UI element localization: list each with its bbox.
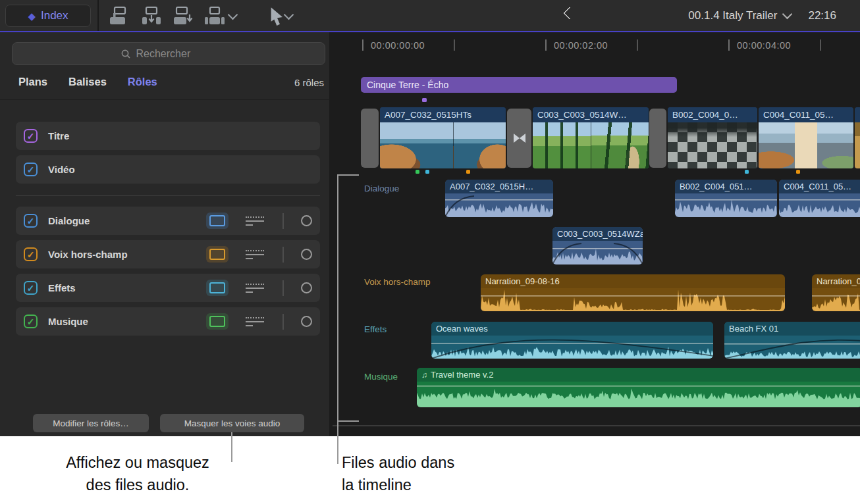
search-field[interactable] (12, 42, 325, 65)
duration-display: 22:16 (808, 9, 836, 22)
role-row-titre[interactable]: ✓ Titre (16, 122, 320, 150)
transition-icon (514, 134, 520, 143)
role-label: Vidéo (48, 164, 312, 175)
audio-clip[interactable]: Narration_09-08-16 (481, 274, 785, 311)
role-row-dialogue[interactable]: ✓ Dialogue (16, 207, 320, 235)
search-input[interactable] (135, 47, 217, 61)
focus-icon[interactable] (246, 248, 265, 261)
roles-divider (16, 195, 320, 196)
audio-clip[interactable]: C004_C011_05… (779, 180, 860, 217)
role-row-effets[interactable]: ✓ Effets (16, 274, 320, 302)
audio-clip[interactable]: B002_C004_051… (675, 180, 777, 217)
audio-clip[interactable]: C003_C003_0514WZacs (552, 227, 643, 265)
checkbox-titre[interactable]: ✓ (24, 129, 38, 143)
audio-clip[interactable]: Narration_09-08-16 (812, 274, 860, 311)
clip-dot-orange (466, 170, 470, 174)
select-tool-icon[interactable] (266, 7, 288, 28)
video-clip[interactable]: C003_C003_0514W… (533, 107, 649, 168)
video-clip-name: A007_C032_0515HTs (380, 107, 506, 122)
focus-icon[interactable] (246, 214, 265, 228)
hide-audio-lanes-button[interactable]: Masquer les voies audio (160, 414, 304, 432)
icon-separator (282, 280, 284, 296)
audio-clip[interactable]: ♫ Travel theme v.2 (417, 368, 860, 407)
audio-lanes-icon[interactable] (206, 246, 228, 263)
callout-bracket-bottom (337, 420, 359, 422)
audio-lanes-icon[interactable] (206, 313, 228, 330)
clip-dot-green (416, 170, 419, 174)
append-clip-icon[interactable] (172, 5, 194, 26)
roles-count: 6 rôles (294, 77, 324, 88)
video-clip-name: B002_C004_0… (668, 107, 757, 122)
audio-clip[interactable]: Ocean waves (431, 322, 713, 359)
clip-handle[interactable] (361, 109, 379, 168)
audio-lanes-icon[interactable] (206, 280, 228, 296)
callout-hide-lanes: Affichez ou masquez des files audio. (41, 451, 234, 496)
role-label: Effets (48, 282, 196, 293)
clip-handle[interactable] (649, 109, 666, 168)
monitor-circle-icon[interactable] (301, 215, 312, 226)
transition-icon (520, 134, 525, 143)
monitor-circle-icon[interactable] (301, 316, 312, 327)
ruler-tick (728, 39, 730, 51)
video-clip-name: C003_C003_0514W… (533, 107, 649, 122)
storyline-title: Cinque Terre - Écho (367, 80, 448, 90)
icon-separator (282, 247, 284, 263)
role-row-video[interactable]: ✓ Vidéo (16, 155, 320, 184)
monitor-circle-icon[interactable] (301, 282, 312, 293)
top-toolbar: ◆ Index (0, 0, 860, 31)
primary-storyline-title-bar[interactable]: Cinque Terre - Écho (361, 77, 677, 93)
search-icon (121, 49, 130, 59)
video-clip[interactable]: C004_C011_05… (759, 107, 853, 168)
tab-balises[interactable]: Balises (68, 76, 107, 88)
index-panel: Plans Balises Rôles 6 rôles ✓ Titre ✓ Vi… (0, 32, 329, 436)
waveform (779, 193, 860, 217)
audio-lanes-icon[interactable] (206, 213, 228, 229)
checkbox-dialogue[interactable]: ✓ (24, 214, 38, 228)
checkbox-video[interactable]: ✓ (24, 163, 38, 176)
connect-clip-icon[interactable] (108, 5, 130, 26)
edit-mode-chevron-icon[interactable] (228, 10, 238, 20)
role-row-voix-hors-champ[interactable]: ✓ Voix hors-champ (16, 240, 320, 268)
role-label: Voix hors-champ (48, 249, 196, 260)
edit-roles-button[interactable]: Modifier les rôles… (33, 414, 149, 432)
ruler-label: 00:00:04:00 (737, 40, 791, 51)
role-label: Dialogue (48, 215, 196, 226)
focus-icon[interactable] (246, 282, 265, 295)
callout-audio-lanes: Files audio dans la timeline (342, 451, 454, 496)
waveform (431, 336, 713, 359)
role-label: Musique (48, 316, 196, 327)
ruler-label: 00:00:02:00 (554, 40, 608, 51)
role-label: Titre (48, 130, 312, 141)
project-title-dropdown[interactable]: 00.1.4 Italy Trailer (688, 9, 791, 22)
overwrite-clip-icon[interactable] (203, 5, 226, 26)
checkbox-voix[interactable]: ✓ (24, 247, 38, 261)
video-clip-partial[interactable] (855, 107, 860, 168)
waveform (417, 382, 860, 407)
video-thumbnail (759, 122, 853, 168)
lane-label-dialogue: Dialogue (364, 184, 399, 193)
ruler-tick (545, 39, 547, 51)
transition-clip[interactable] (507, 109, 531, 168)
tab-roles[interactable]: Rôles (128, 76, 157, 88)
icon-separator (282, 213, 284, 229)
index-button[interactable]: ◆ Index (5, 5, 91, 27)
video-thumbnail (380, 122, 506, 168)
video-clip[interactable]: B002_C004_0… (668, 107, 757, 168)
waveform (724, 336, 860, 359)
marker[interactable] (422, 98, 427, 102)
audio-clip[interactable]: Beach FX 01 (724, 322, 860, 359)
video-clip[interactable]: A007_C032_0515HTs (380, 107, 506, 168)
waveform (552, 241, 643, 265)
insert-clip-icon[interactable] (140, 5, 163, 26)
back-chevron-icon[interactable] (563, 7, 576, 20)
focus-icon[interactable] (246, 315, 265, 328)
monitor-circle-icon[interactable] (301, 249, 312, 260)
waveform (812, 288, 860, 311)
project-title: 00.1.4 Italy Trailer (688, 9, 777, 22)
ruler-tick (820, 39, 821, 51)
checkbox-effets[interactable]: ✓ (24, 281, 38, 295)
audio-clip[interactable]: A007_C032_0515H… (445, 180, 553, 217)
checkbox-musique[interactable]: ✓ (24, 315, 38, 328)
role-row-musique[interactable]: ✓ Musique (16, 307, 320, 336)
tab-plans[interactable]: Plans (18, 76, 47, 88)
